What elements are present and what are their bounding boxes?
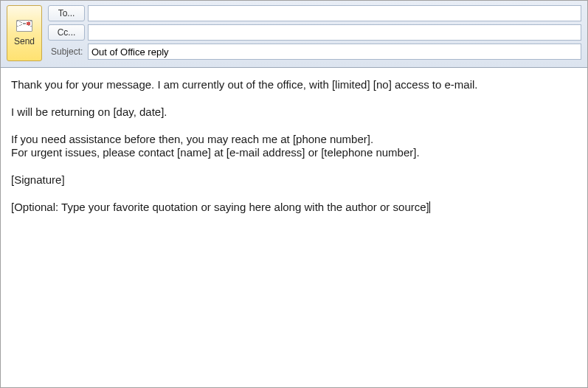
cc-row: Cc...	[48, 24, 581, 41]
body-line-5: [Optional: Type your favorite quotation …	[11, 201, 577, 215]
cc-button-label: Cc...	[58, 27, 76, 38]
to-input[interactable]	[88, 5, 581, 21]
send-label: Send	[14, 36, 35, 46]
compose-header: Send To... Cc... Subject:	[1, 1, 587, 68]
cc-input[interactable]	[88, 24, 581, 41]
body-line-5-text: [Optional: Type your favorite quotation …	[11, 201, 429, 213]
body-line-4: [Signature]	[11, 173, 577, 187]
subject-input[interactable]	[88, 44, 581, 60]
subject-row: Subject:	[48, 44, 581, 60]
to-row: To...	[48, 5, 581, 21]
text-cursor	[429, 201, 430, 213]
body-line-3b: For urgent issues, please contact [name]…	[11, 146, 577, 160]
to-button[interactable]: To...	[48, 5, 85, 21]
body-line-3a: If you need assistance before then, you …	[11, 133, 577, 147]
header-fields: To... Cc... Subject:	[48, 5, 581, 61]
send-button[interactable]: Send	[7, 5, 42, 61]
body-line-1: Thank you for your message. I am current…	[11, 78, 577, 92]
cc-button[interactable]: Cc...	[48, 24, 85, 41]
message-body[interactable]: Thank you for your message. I am current…	[1, 68, 587, 385]
envelope-icon	[16, 20, 32, 32]
subject-label: Subject:	[48, 44, 85, 60]
body-line-2: I will be returning on [day, date].	[11, 105, 577, 119]
to-button-label: To...	[58, 8, 75, 18]
